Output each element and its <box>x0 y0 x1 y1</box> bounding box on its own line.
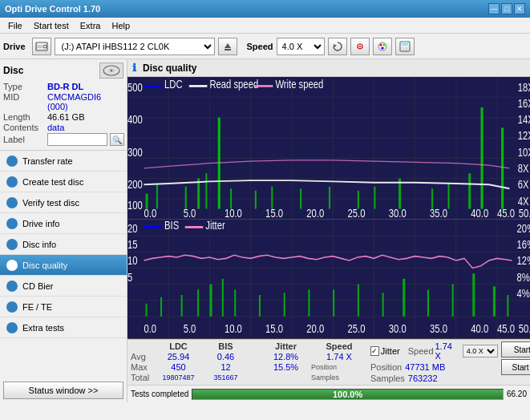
max-jitter: 15.5% <box>264 362 308 372</box>
svg-rect-123 <box>209 285 212 317</box>
disc-info-label: Disc info <box>22 240 56 249</box>
svg-text:35.0: 35.0 <box>430 322 447 336</box>
svg-text:45.0: 45.0 <box>497 322 515 336</box>
speed-select[interactable]: 4.0 X <box>277 38 325 55</box>
avg-bis: 0.46 <box>204 352 248 361</box>
label-input[interactable] <box>47 133 107 146</box>
sidebar-item-drive-info[interactable]: Drive info <box>0 213 127 234</box>
total-ldc: 19807487 <box>156 374 200 382</box>
svg-text:10.0: 10.0 <box>225 322 242 336</box>
mid-val: CMCMAGDI6 (000) <box>47 92 123 111</box>
refresh-button[interactable] <box>328 38 347 55</box>
stats-header-speed: Speed <box>311 341 367 351</box>
start-full-button[interactable]: Start full <box>501 341 530 357</box>
start-part-button[interactable]: Start part <box>501 359 530 375</box>
label-search-button[interactable]: 🔍 <box>110 133 124 146</box>
jitter-label-check: Jitter <box>381 346 400 356</box>
svg-rect-68 <box>329 187 330 209</box>
transfer-rate-label: Transfer rate <box>22 156 73 166</box>
position-label: Position <box>311 363 367 371</box>
sidebar-item-cd-bier[interactable]: CD Bier <box>0 276 127 297</box>
speed-select-label: Speed <box>408 346 434 356</box>
sidebar-item-fe-te[interactable]: FE / TE <box>0 297 127 317</box>
svg-text:40.0: 40.0 <box>471 208 488 220</box>
menu-start-test[interactable]: Start test <box>29 19 74 32</box>
svg-text:4X: 4X <box>518 195 529 207</box>
svg-text:45.0: 45.0 <box>497 208 515 220</box>
svg-text:LDC: LDC <box>164 79 183 91</box>
svg-text:50.0 GB: 50.0 GB <box>519 322 530 336</box>
svg-rect-131 <box>382 293 384 317</box>
drive-info-label: Drive info <box>22 219 59 228</box>
sidebar-item-verify-test-disc[interactable]: Verify test disc <box>0 192 127 213</box>
length-key: Length <box>3 112 47 122</box>
samples-key: Samples <box>370 374 405 383</box>
drive-icon <box>32 38 51 55</box>
svg-text:18X: 18X <box>518 82 530 94</box>
palette-button[interactable] <box>373 38 392 55</box>
maximize-button[interactable]: □ <box>501 3 512 14</box>
svg-text:100: 100 <box>127 200 143 212</box>
toolbar: Drive (J:) ATAPI iHBS112 2 CL0K Speed 4.… <box>0 34 530 59</box>
svg-rect-121 <box>181 295 183 317</box>
stats-header-ldc: LDC <box>156 341 200 351</box>
window-controls: — □ ✕ <box>488 3 525 14</box>
sidebar-item-disc-info[interactable]: Disc info <box>0 234 127 255</box>
svg-text:0.0: 0.0 <box>144 322 156 336</box>
svg-text:20.0: 20.0 <box>306 208 324 220</box>
drive-info-icon <box>6 218 18 229</box>
sidebar-item-extra-tests[interactable]: Extra tests <box>0 317 127 338</box>
svg-text:BIS: BIS <box>164 220 179 232</box>
sidebar-item-transfer-rate[interactable]: Transfer rate <box>0 151 127 172</box>
save-button[interactable] <box>395 38 415 55</box>
stats-header-jitter: Jitter <box>264 341 308 351</box>
menu-extra[interactable]: Extra <box>75 19 106 32</box>
main-layout: Disc Type BD-R DL MID CMCMAGDI6 (000) Le… <box>0 59 530 402</box>
svg-point-1 <box>43 45 47 48</box>
samples-val: 763232 <box>408 374 438 383</box>
eject-button[interactable] <box>218 38 237 55</box>
drive-select[interactable]: (J:) ATAPI iHBS112 2 CL0K <box>55 38 215 55</box>
svg-text:25.0: 25.0 <box>348 208 366 220</box>
jitter-checkbox[interactable]: ✓ <box>370 346 379 356</box>
svg-rect-74 <box>468 173 471 208</box>
extra-tests-icon <box>6 322 18 333</box>
svg-rect-120 <box>160 297 162 317</box>
svg-text:8X: 8X <box>518 163 529 175</box>
menu-file[interactable]: File <box>3 19 27 32</box>
svg-text:16X: 16X <box>518 98 530 110</box>
svg-rect-128 <box>308 290 310 317</box>
svg-rect-122 <box>197 290 199 317</box>
svg-text:30.0: 30.0 <box>389 208 407 220</box>
length-val: 46.61 GB <box>47 112 84 122</box>
type-val: BD-R DL <box>47 82 123 91</box>
verify-test-disc-icon <box>6 197 18 208</box>
position-val: 47731 MB <box>405 362 445 372</box>
disc-button[interactable] <box>99 63 123 79</box>
svg-rect-79 <box>189 85 208 87</box>
svg-point-11 <box>381 46 383 49</box>
svg-text:5.0: 5.0 <box>184 322 196 336</box>
minimize-button[interactable]: — <box>488 3 500 14</box>
close-button[interactable]: ✕ <box>514 3 525 14</box>
speed-select-bottom[interactable]: 4.0 X <box>463 345 498 357</box>
menu-help[interactable]: Help <box>107 19 135 32</box>
sidebar-item-create-test-disc[interactable]: Create test disc <box>0 172 127 192</box>
svg-rect-133 <box>427 290 429 317</box>
lower-chart-svg: 20% 16% 12% 8% 4% 20 15 10 5 0.0 5.0 10.… <box>127 220 530 338</box>
svg-text:4%: 4% <box>517 286 530 300</box>
max-ldc: 450 <box>156 362 200 372</box>
status-window-button[interactable]: Status window >> <box>3 382 123 399</box>
svg-rect-136 <box>493 287 496 317</box>
svg-text:20.0: 20.0 <box>306 322 324 336</box>
progress-track: 100.0% <box>192 389 504 400</box>
menu-bar: File Start test Extra Help <box>0 18 530 34</box>
svg-text:10: 10 <box>127 254 138 268</box>
speed-display: 1.74 X <box>435 341 458 361</box>
svg-text:500: 500 <box>127 82 143 94</box>
svg-rect-14 <box>402 47 408 50</box>
settings-button[interactable] <box>350 38 370 55</box>
svg-rect-69 <box>358 191 359 209</box>
sidebar-item-disc-quality[interactable]: Disc quality <box>0 255 127 276</box>
svg-rect-66 <box>271 187 273 209</box>
